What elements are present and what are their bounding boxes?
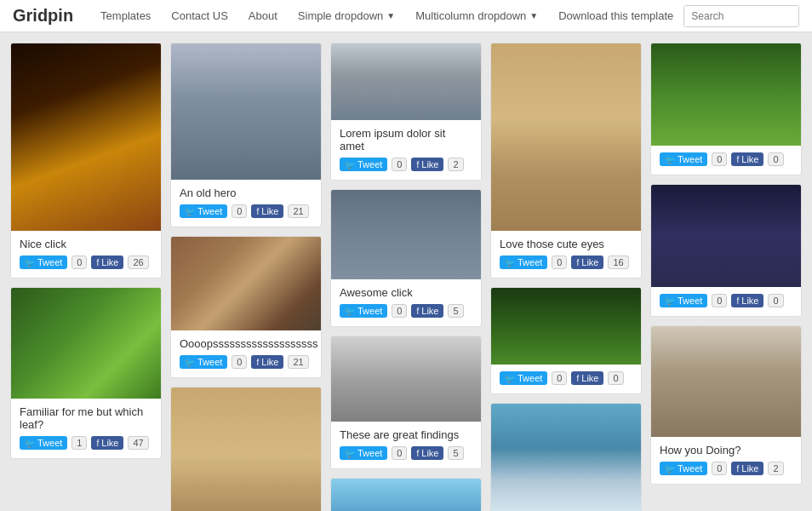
facebook-icon: f [96,439,99,448]
card-3: An old hero 🐦 Tweet 0 f Like 21 [170,43,322,227]
like-label: Like [421,306,438,316]
facebook-icon: f [256,358,259,367]
like-button[interactable]: f Like [571,256,603,269]
tweet-count: 0 [712,152,727,166]
tweet-count: 0 [712,462,727,475]
tweet-button[interactable]: 🐦 Tweet [660,462,707,475]
tweet-count: 0 [71,256,87,269]
nav-items: Templates Contact US About Simple dropdo… [90,0,683,32]
nav-multicolumn-dropdown[interactable]: Multicolumn dropdown ▼ [405,0,548,32]
nav-templates[interactable]: Templates [90,0,161,32]
tweet-label: Tweet [678,463,702,474]
tweet-label: Tweet [357,306,382,316]
card-7: Awesome click 🐦 Tweet 0 f Like 5 [330,189,482,327]
nav-simple-dropdown[interactable]: Simple dropdown ▼ [288,0,405,32]
tweet-label: Tweet [678,296,702,306]
twitter-icon: 🐦 [345,160,355,169]
tweet-button[interactable]: 🐦 Tweet [660,294,707,307]
tweet-count: 0 [392,304,407,318]
twitter-icon: 🐦 [665,155,675,164]
twitter-icon: 🐦 [505,258,515,267]
tweet-button[interactable]: 🐦 Tweet [180,355,227,369]
like-button[interactable]: f Like [571,371,603,385]
tweet-button[interactable]: 🐦 Tweet [180,204,227,218]
card-title: Awesome click [340,286,472,299]
social-bar: 🐦 Tweet 0 f Like 2 [340,158,472,171]
twitter-icon: 🐦 [185,207,195,216]
like-button[interactable]: f Like [251,355,283,369]
tweet-label: Tweet [518,257,542,267]
like-count: 0 [768,152,783,166]
like-label: Like [421,448,438,458]
tweet-button[interactable]: 🐦 Tweet [340,304,387,318]
facebook-icon: f [576,374,579,383]
tweet-button[interactable]: 🐦 Tweet [20,256,67,269]
tweet-label: Tweet [357,159,382,169]
like-label: Like [421,159,438,169]
simple-dropdown-arrow-icon: ▼ [386,11,395,20]
tweet-button[interactable]: 🐦 Tweet [340,158,387,171]
card-image [491,43,641,231]
card-image [171,43,321,180]
card-1: Nice click 🐦 Tweet 0 f Like 26 [10,43,162,278]
nav-download-template[interactable]: Download this template [548,0,683,32]
like-count: 47 [128,436,148,450]
card-image [11,43,161,231]
like-button[interactable]: f Like [731,462,763,475]
tweet-button[interactable]: 🐦 Tweet [20,436,67,450]
twitter-icon: 🐦 [25,439,35,448]
like-button[interactable]: f Like [91,256,123,269]
like-count: 2 [448,158,463,171]
facebook-icon: f [736,296,739,306]
card-title: Nice click [20,238,152,250]
social-bar: 🐦 Tweet 1 f Like 47 [20,436,152,450]
card-title: Oooopsssssssssssssssssss [180,337,312,350]
card-image [651,43,801,146]
facebook-icon: f [416,307,419,316]
like-button[interactable]: f Like [731,152,763,166]
search-input[interactable] [684,6,799,26]
tweet-count: 0 [712,294,727,307]
tweet-label: Tweet [197,206,222,216]
like-label: Like [741,296,758,306]
social-bar: 🐦 Tweet 0 f Like 0 [660,294,792,307]
twitter-icon: 🐦 [185,358,195,367]
card-2: Familiar for me but which leaf? 🐦 Tweet … [10,287,162,459]
card-image [331,190,481,279]
tweet-button[interactable]: 🐦 Tweet [500,256,547,269]
like-button[interactable]: f Like [411,158,443,171]
facebook-icon: f [416,449,419,458]
facebook-icon: f [256,207,259,216]
tweet-button[interactable]: 🐦 Tweet [500,371,547,385]
like-label: Like [101,438,118,448]
like-button[interactable]: f Like [411,304,443,318]
card-5: 🐦 Tweet 0 f Like 0 [170,387,322,511]
facebook-icon: f [416,160,419,169]
like-button[interactable]: f Like [731,294,763,307]
social-bar: 🐦 Tweet 0 f Like 0 [500,371,632,385]
twitter-icon: 🐦 [665,464,675,474]
card-9: Awesome van 🐦 Tweet 0 f Like 9 [330,478,482,511]
brand-logo[interactable]: Gridpin [13,6,73,26]
tweet-label: Tweet [37,438,62,448]
like-count: 5 [448,446,463,460]
card-title: Love those cute eyes [500,238,632,250]
social-bar: 🐦 Tweet 0 f Like 2 [660,462,792,475]
like-label: Like [741,463,758,474]
like-button[interactable]: f Like [91,436,123,450]
card-4: Oooopsssssssssssssssssss 🐦 Tweet 0 f Lik… [170,236,322,378]
nav-about[interactable]: About [238,0,288,32]
tweet-button[interactable]: 🐦 Tweet [340,446,387,460]
nav-contact[interactable]: Contact US [161,0,237,32]
navbar: Gridpin Templates Contact US About Simpl… [0,0,812,32]
like-count: 5 [448,304,463,318]
tweet-button[interactable]: 🐦 Tweet [660,152,707,166]
like-count: 16 [608,256,628,269]
like-count: 2 [768,462,783,475]
tweet-count: 0 [232,204,247,218]
like-button[interactable]: f Like [251,204,283,218]
tweet-count: 0 [552,371,567,385]
tweet-label: Tweet [678,154,702,164]
social-bar: 🐦 Tweet 0 f Like 21 [180,204,312,218]
like-button[interactable]: f Like [411,446,443,460]
